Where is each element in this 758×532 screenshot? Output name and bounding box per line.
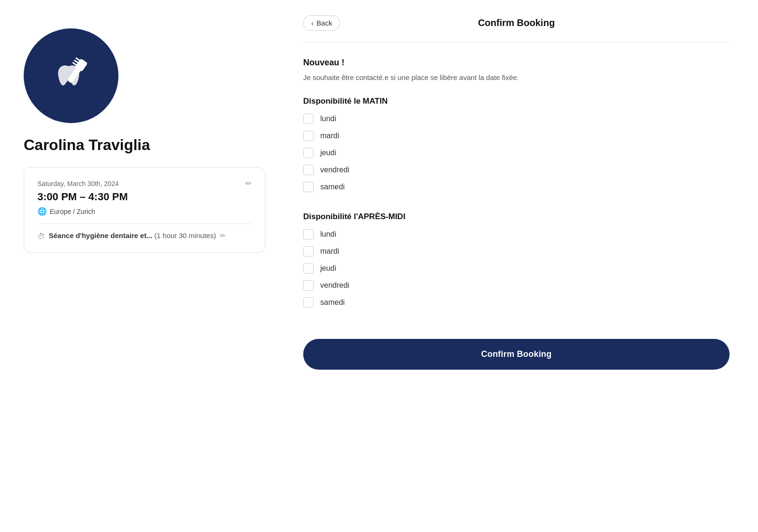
matin-section: Disponibilité le MATIN lundi mardi jeudi… bbox=[303, 97, 730, 199]
matin-lundi-checkbox[interactable] bbox=[303, 114, 314, 124]
matin-vendredi-checkbox[interactable] bbox=[303, 165, 314, 175]
confirm-booking-button[interactable]: Confirm Booking bbox=[303, 339, 730, 370]
apres-lundi-label: lundi bbox=[320, 230, 336, 239]
booking-card: Saturday, March 30th, 2024 ✏ 3:00 PM – 4… bbox=[24, 167, 265, 253]
nouveau-section: Nouveau ! Je souhaite être contacté.e si… bbox=[303, 58, 730, 83]
apres-jeudi-label: jeudi bbox=[320, 264, 336, 273]
matin-mardi-label: mardi bbox=[320, 132, 339, 140]
apres-midi-section: Disponibilité l'APRÈS-MIDI lundi mardi j… bbox=[303, 212, 730, 314]
apres-mardi-row: mardi bbox=[303, 246, 730, 257]
matin-samedi-label: samedi bbox=[320, 183, 345, 191]
booking-date-row: Saturday, March 30th, 2024 ✏ bbox=[37, 179, 252, 188]
page-header: ‹ Back Confirm Booking bbox=[303, 0, 730, 42]
nouveau-desc: Je souhaite être contacté.e si une place… bbox=[303, 72, 730, 83]
apres-vendredi-row: vendredi bbox=[303, 280, 730, 291]
clock-icon: ⏱ bbox=[37, 232, 45, 241]
back-button[interactable]: ‹ Back bbox=[303, 15, 340, 31]
apres-midi-title: Disponibilité l'APRÈS-MIDI bbox=[303, 212, 730, 222]
timezone-text: Europe / Zurich bbox=[50, 208, 95, 215]
matin-title: Disponibilité le MATIN bbox=[303, 97, 730, 106]
matin-samedi-checkbox[interactable] bbox=[303, 182, 314, 192]
chevron-left-icon: ‹ bbox=[311, 19, 314, 27]
apres-vendredi-label: vendredi bbox=[320, 281, 349, 290]
svg-line-2 bbox=[76, 58, 80, 61]
left-panel: Carolina Traviglia Saturday, March 30th,… bbox=[0, 0, 275, 532]
matin-jeudi-label: jeudi bbox=[320, 149, 336, 157]
booking-time: 3:00 PM – 4:30 PM bbox=[37, 191, 252, 203]
right-panel: ‹ Back Confirm Booking Nouveau ! Je souh… bbox=[275, 0, 758, 532]
date-edit-icon[interactable]: ✏ bbox=[245, 179, 252, 188]
service-edit-icon[interactable]: ✏ bbox=[220, 231, 226, 239]
matin-mardi-row: mardi bbox=[303, 131, 730, 141]
provider-avatar bbox=[24, 28, 118, 123]
service-name: Séance d'hygiène dentaire et... bbox=[49, 231, 153, 239]
apres-lundi-checkbox[interactable] bbox=[303, 229, 314, 239]
matin-jeudi-checkbox[interactable] bbox=[303, 148, 314, 158]
matin-jeudi-row: jeudi bbox=[303, 148, 730, 158]
matin-vendredi-label: vendredi bbox=[320, 166, 349, 174]
booking-date: Saturday, March 30th, 2024 bbox=[37, 180, 119, 187]
apres-jeudi-checkbox[interactable] bbox=[303, 263, 314, 274]
header-divider bbox=[303, 42, 730, 43]
apres-lundi-row: lundi bbox=[303, 229, 730, 239]
apres-mardi-checkbox[interactable] bbox=[303, 246, 314, 257]
matin-lundi-label: lundi bbox=[320, 115, 336, 123]
card-divider bbox=[37, 223, 252, 224]
matin-lundi-row: lundi bbox=[303, 114, 730, 124]
apres-jeudi-row: jeudi bbox=[303, 263, 730, 274]
matin-mardi-checkbox[interactable] bbox=[303, 131, 314, 141]
service-duration: (1 hour 30 minutes) bbox=[154, 231, 216, 239]
matin-vendredi-row: vendredi bbox=[303, 165, 730, 175]
apres-samedi-label: samedi bbox=[320, 298, 345, 307]
svg-line-3 bbox=[75, 61, 78, 63]
nouveau-title: Nouveau ! bbox=[303, 58, 730, 68]
apres-mardi-label: mardi bbox=[320, 247, 339, 256]
service-row: ⏱ Séance d'hygiène dentaire et... (1 hou… bbox=[37, 231, 252, 241]
matin-samedi-row: samedi bbox=[303, 182, 730, 192]
back-label: Back bbox=[316, 19, 332, 27]
svg-line-4 bbox=[73, 63, 76, 65]
apres-samedi-row: samedi bbox=[303, 297, 730, 308]
globe-icon: 🌐 bbox=[37, 207, 47, 216]
booking-timezone: 🌐 Europe / Zurich bbox=[37, 207, 252, 216]
provider-name: Carolina Traviglia bbox=[24, 136, 150, 154]
page-title: Confirm Booking bbox=[478, 18, 555, 28]
apres-samedi-checkbox[interactable] bbox=[303, 297, 314, 308]
apres-vendredi-checkbox[interactable] bbox=[303, 280, 314, 291]
